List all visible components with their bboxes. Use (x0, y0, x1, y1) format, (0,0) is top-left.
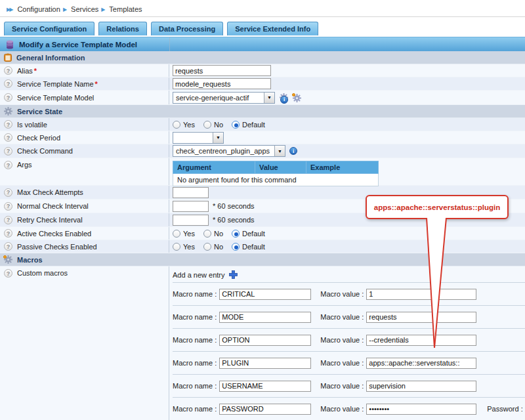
gear-icon (4, 107, 12, 116)
breadcrumb-item-services[interactable]: Services (71, 5, 98, 13)
field-label: Custom macros (17, 269, 68, 277)
tab-service-extended-info[interactable]: Service Extended Info (227, 22, 318, 35)
check-period-select[interactable]: ▼ (173, 132, 224, 144)
breadcrumb-item-configuration[interactable]: Configuration (17, 5, 60, 13)
chevron-right-icon: ▶ (101, 7, 104, 12)
help-icon[interactable]: ? (4, 216, 12, 224)
password-checkbox-label: Password : (487, 405, 522, 413)
info-icon[interactable]: i (289, 147, 297, 155)
macro-value-input[interactable] (366, 381, 476, 392)
field-label: Alias* (17, 67, 37, 75)
add-new-entry-button[interactable]: Add a new entry (173, 266, 525, 282)
help-icon[interactable]: ? (4, 269, 12, 278)
row-is-volatile: ? Is volatile Yes No Default (0, 118, 525, 131)
active-checks-default[interactable]: Default (232, 230, 265, 238)
help-icon[interactable]: ? (4, 66, 12, 75)
macro-name-label: Macro name : (173, 290, 217, 298)
dropdown-arrow-icon[interactable]: ▼ (213, 133, 223, 143)
normal-check-interval-input[interactable] (173, 201, 209, 212)
max-check-attempts-input[interactable] (173, 187, 209, 198)
section-service-state: Service State (0, 105, 525, 118)
macro-row: Macro name : Macro value : (173, 351, 525, 374)
interval-suffix: * 60 seconds (213, 202, 255, 210)
args-table: Argument Value Example No argument found… (173, 161, 379, 186)
is-volatile-no[interactable]: No (203, 121, 223, 129)
tab-relations[interactable]: Relations (98, 22, 147, 35)
service-template-name-input[interactable] (173, 78, 271, 89)
alias-input[interactable] (173, 65, 271, 76)
section-general-information: General Information (0, 51, 525, 64)
field-label: Max Check Attempts (17, 188, 83, 196)
section-title: Service State (17, 108, 62, 116)
retry-check-interval-input[interactable] (173, 215, 209, 226)
macro-value-input[interactable] (366, 404, 476, 415)
macro-name-label: Macro name : (173, 313, 217, 321)
args-col-example: Example (306, 161, 379, 174)
macro-name-label: Macro name : (173, 336, 217, 344)
page-title: Modify a Service Template Model (19, 41, 137, 49)
breadcrumb-lead-icon: ▶▶ (7, 7, 12, 12)
macro-name-label: Macro name : (173, 405, 217, 413)
macro-name-input[interactable] (219, 381, 311, 392)
macro-row: Macro name : Macro value : Password : (173, 397, 525, 420)
help-icon[interactable]: ? (4, 147, 12, 156)
section-title: Macros (17, 256, 43, 264)
macro-value-input[interactable] (366, 358, 476, 369)
help-icon[interactable]: ? (4, 242, 12, 251)
passive-checks-yes[interactable]: Yes (173, 243, 195, 251)
field-label: Is volatile (17, 121, 47, 129)
dropdown-arrow-icon[interactable]: ▼ (274, 146, 285, 156)
macro-name-input[interactable] (219, 358, 311, 369)
help-icon[interactable]: ? (4, 120, 12, 129)
field-label: Args (17, 161, 32, 169)
interval-suffix: * 60 seconds (213, 216, 255, 224)
breadcrumb-item-templates[interactable]: Templates (109, 5, 142, 13)
macro-row: Macro name : Macro value : (173, 374, 525, 397)
tab-service-configuration[interactable]: Service Configuration (4, 22, 94, 35)
macro-row: Macro name : Macro value : (173, 305, 525, 328)
tab-data-processing[interactable]: Data Processing (151, 22, 223, 35)
active-checks-no[interactable]: No (203, 230, 223, 238)
macro-name-input[interactable] (219, 312, 311, 323)
is-volatile-default[interactable]: Default (232, 121, 265, 129)
help-icon[interactable]: ? (4, 79, 12, 88)
form-title-bar: Modify a Service Template Model (0, 37, 525, 51)
macro-value-label: Macro value : (320, 313, 364, 321)
dropdown-arrow-icon[interactable]: ▼ (264, 93, 274, 103)
gear-spark-icon[interactable] (292, 93, 301, 102)
row-check-command: ? Check Command check_centreon_plugin_ap… (0, 144, 525, 158)
macro-rows: Macro name : Macro value : Macro name : … (173, 282, 525, 420)
help-icon[interactable]: ? (4, 161, 12, 169)
macro-name-input[interactable] (219, 335, 311, 346)
callout-tooltip: apps::apache::serverstatus::plugin (366, 195, 509, 219)
title-bar-divider (169, 37, 170, 51)
callout-text: apps::apache::serverstatus::plugin (374, 203, 500, 211)
macro-value-label: Macro value : (320, 336, 364, 344)
active-checks-yes[interactable]: Yes (173, 230, 195, 238)
field-label: Normal Check Interval (17, 202, 89, 210)
help-icon[interactable]: ? (4, 188, 12, 197)
plus-icon (229, 270, 238, 279)
chevron-right-icon: ▶ (63, 7, 66, 12)
section-title: General Information (16, 54, 85, 62)
macro-name-input[interactable] (219, 404, 311, 415)
help-icon[interactable]: ? (4, 93, 12, 102)
passive-checks-no[interactable]: No (203, 243, 223, 251)
check-command-select[interactable]: check_centreon_plugin_apps ▼ (173, 145, 285, 157)
is-volatile-yes[interactable]: Yes (173, 121, 195, 129)
field-label: Check Period (17, 134, 60, 142)
gear-spark-icon (4, 255, 12, 264)
passive-checks-default[interactable]: Default (232, 243, 265, 251)
macro-name-input[interactable] (219, 289, 311, 300)
database-icon (6, 40, 14, 49)
info-gear-icon[interactable]: i (279, 93, 288, 102)
help-icon[interactable]: ? (4, 229, 12, 238)
help-icon[interactable]: ? (4, 133, 12, 142)
help-icon[interactable]: ? (4, 202, 12, 211)
service-template-model-select[interactable]: service-generique-actif ▼ (173, 92, 275, 104)
args-col-argument: Argument (173, 161, 255, 174)
tab-bar: Service Configuration Relations Data Pro… (0, 17, 525, 37)
add-new-entry-label: Add a new entry (173, 271, 225, 279)
page: ▶▶ Configuration ▶ Services ▶ Templates … (0, 0, 525, 420)
args-empty-message: No argument found for this command (173, 174, 379, 186)
